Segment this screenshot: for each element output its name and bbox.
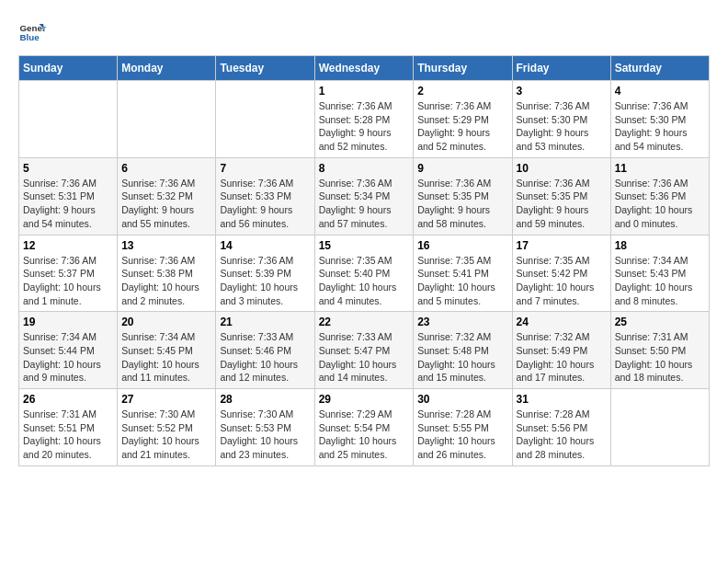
calendar-cell: 31Sunrise: 7:28 AM Sunset: 5:56 PM Dayli… [512, 389, 610, 466]
day-info: Sunrise: 7:36 AM Sunset: 5:38 PM Dayligh… [121, 254, 211, 308]
day-info: Sunrise: 7:36 AM Sunset: 5:37 PM Dayligh… [23, 254, 113, 308]
calendar-table: SundayMondayTuesdayWednesdayThursdayFrid… [18, 55, 710, 466]
day-info: Sunrise: 7:33 AM Sunset: 5:47 PM Dayligh… [319, 330, 410, 385]
day-info: Sunrise: 7:36 AM Sunset: 5:36 PM Dayligh… [615, 177, 705, 231]
calendar-cell: 25Sunrise: 7:31 AM Sunset: 5:50 PM Dayli… [610, 312, 709, 389]
day-info: Sunrise: 7:36 AM Sunset: 5:33 PM Dayligh… [220, 177, 310, 231]
day-number: 17 [517, 239, 607, 252]
days-header-row: SundayMondayTuesdayWednesdayThursdayFrid… [19, 56, 710, 81]
day-number: 4 [615, 85, 705, 98]
day-info: Sunrise: 7:28 AM Sunset: 5:55 PM Dayligh… [417, 408, 507, 462]
day-number: 3 [517, 85, 607, 98]
calendar-cell: 12Sunrise: 7:36 AM Sunset: 5:37 PM Dayli… [19, 235, 118, 312]
day-info: Sunrise: 7:36 AM Sunset: 5:30 PM Dayligh… [517, 99, 607, 154]
calendar-week-row: 1Sunrise: 7:36 AM Sunset: 5:28 PM Daylig… [19, 81, 710, 158]
day-number: 20 [121, 316, 211, 328]
calendar-cell: 17Sunrise: 7:35 AM Sunset: 5:42 PM Dayli… [512, 235, 610, 312]
calendar-cell: 18Sunrise: 7:34 AM Sunset: 5:43 PM Dayli… [610, 235, 709, 312]
calendar-cell: 19Sunrise: 7:34 AM Sunset: 5:44 PM Dayli… [19, 312, 118, 389]
logo: General Blue [18, 18, 46, 46]
day-info: Sunrise: 7:28 AM Sunset: 5:56 PM Dayligh… [517, 408, 607, 462]
day-number: 28 [220, 393, 310, 406]
day-number: 1 [319, 85, 410, 98]
day-number: 14 [220, 239, 310, 252]
calendar-cell: 10Sunrise: 7:36 AM Sunset: 5:35 PM Dayli… [512, 157, 610, 235]
calendar-cell: 4Sunrise: 7:36 AM Sunset: 5:30 PM Daylig… [610, 81, 709, 158]
day-info: Sunrise: 7:35 AM Sunset: 5:40 PM Dayligh… [319, 254, 410, 308]
day-header-tuesday: Tuesday [216, 56, 314, 81]
calendar-cell [19, 81, 118, 158]
calendar-cell [216, 81, 314, 158]
day-info: Sunrise: 7:36 AM Sunset: 5:34 PM Dayligh… [319, 177, 410, 231]
calendar-cell: 11Sunrise: 7:36 AM Sunset: 5:36 PM Dayli… [610, 157, 709, 235]
calendar-cell: 28Sunrise: 7:30 AM Sunset: 5:53 PM Dayli… [216, 389, 314, 466]
day-header-wednesday: Wednesday [314, 56, 414, 81]
day-info: Sunrise: 7:31 AM Sunset: 5:51 PM Dayligh… [23, 408, 113, 462]
day-info: Sunrise: 7:36 AM Sunset: 5:35 PM Dayligh… [417, 177, 507, 231]
calendar-week-row: 5Sunrise: 7:36 AM Sunset: 5:31 PM Daylig… [19, 157, 710, 235]
calendar-cell: 15Sunrise: 7:35 AM Sunset: 5:40 PM Dayli… [314, 235, 414, 312]
day-info: Sunrise: 7:35 AM Sunset: 5:41 PM Dayligh… [417, 254, 507, 308]
calendar-cell: 7Sunrise: 7:36 AM Sunset: 5:33 PM Daylig… [216, 157, 314, 235]
day-number: 29 [319, 393, 410, 406]
day-number: 9 [417, 162, 507, 175]
day-number: 10 [517, 162, 607, 175]
day-info: Sunrise: 7:31 AM Sunset: 5:50 PM Dayligh… [615, 330, 705, 385]
day-info: Sunrise: 7:36 AM Sunset: 5:29 PM Dayligh… [417, 99, 507, 154]
calendar-cell: 20Sunrise: 7:34 AM Sunset: 5:45 PM Dayli… [118, 312, 216, 389]
day-number: 6 [121, 162, 211, 175]
day-number: 23 [417, 316, 507, 328]
day-info: Sunrise: 7:36 AM Sunset: 5:35 PM Dayligh… [517, 177, 607, 231]
day-number: 5 [23, 162, 113, 175]
day-info: Sunrise: 7:36 AM Sunset: 5:39 PM Dayligh… [220, 254, 310, 308]
calendar-cell: 2Sunrise: 7:36 AM Sunset: 5:29 PM Daylig… [414, 81, 512, 158]
calendar-cell: 14Sunrise: 7:36 AM Sunset: 5:39 PM Dayli… [216, 235, 314, 312]
day-info: Sunrise: 7:30 AM Sunset: 5:52 PM Dayligh… [121, 408, 211, 462]
day-number: 30 [417, 393, 507, 406]
calendar-week-row: 19Sunrise: 7:34 AM Sunset: 5:44 PM Dayli… [19, 312, 710, 389]
day-info: Sunrise: 7:34 AM Sunset: 5:45 PM Dayligh… [121, 330, 211, 385]
calendar-cell: 26Sunrise: 7:31 AM Sunset: 5:51 PM Dayli… [19, 389, 118, 466]
day-info: Sunrise: 7:35 AM Sunset: 5:42 PM Dayligh… [517, 254, 607, 308]
day-header-monday: Monday [118, 56, 216, 81]
calendar-cell: 29Sunrise: 7:29 AM Sunset: 5:54 PM Dayli… [314, 389, 414, 466]
calendar-cell: 8Sunrise: 7:36 AM Sunset: 5:34 PM Daylig… [314, 157, 414, 235]
day-info: Sunrise: 7:30 AM Sunset: 5:53 PM Dayligh… [220, 408, 310, 462]
day-info: Sunrise: 7:32 AM Sunset: 5:49 PM Dayligh… [517, 330, 607, 385]
day-number: 18 [615, 239, 705, 252]
day-info: Sunrise: 7:29 AM Sunset: 5:54 PM Dayligh… [319, 408, 410, 462]
day-number: 19 [23, 316, 113, 328]
day-number: 11 [615, 162, 705, 175]
calendar-cell [118, 81, 216, 158]
day-number: 21 [220, 316, 310, 328]
calendar-cell: 3Sunrise: 7:36 AM Sunset: 5:30 PM Daylig… [512, 81, 610, 158]
day-number: 2 [417, 85, 507, 98]
day-info: Sunrise: 7:36 AM Sunset: 5:31 PM Dayligh… [23, 177, 113, 231]
calendar-cell: 16Sunrise: 7:35 AM Sunset: 5:41 PM Dayli… [414, 235, 512, 312]
day-number: 7 [220, 162, 310, 175]
calendar-cell: 13Sunrise: 7:36 AM Sunset: 5:38 PM Dayli… [118, 235, 216, 312]
day-info: Sunrise: 7:34 AM Sunset: 5:44 PM Dayligh… [23, 330, 113, 385]
day-info: Sunrise: 7:33 AM Sunset: 5:46 PM Dayligh… [220, 330, 310, 385]
calendar-week-row: 12Sunrise: 7:36 AM Sunset: 5:37 PM Dayli… [19, 235, 710, 312]
calendar-cell: 27Sunrise: 7:30 AM Sunset: 5:52 PM Dayli… [118, 389, 216, 466]
day-header-friday: Friday [512, 56, 610, 81]
day-number: 22 [319, 316, 410, 328]
day-number: 31 [517, 393, 607, 406]
day-number: 12 [23, 239, 113, 252]
calendar-cell: 30Sunrise: 7:28 AM Sunset: 5:55 PM Dayli… [414, 389, 512, 466]
day-number: 8 [319, 162, 410, 175]
day-info: Sunrise: 7:32 AM Sunset: 5:48 PM Dayligh… [417, 330, 507, 385]
day-number: 13 [121, 239, 211, 252]
calendar-cell [610, 389, 709, 466]
day-number: 26 [23, 393, 113, 406]
day-header-thursday: Thursday [414, 56, 512, 81]
day-number: 16 [417, 239, 507, 252]
calendar-cell: 1Sunrise: 7:36 AM Sunset: 5:28 PM Daylig… [314, 81, 414, 158]
calendar-cell: 24Sunrise: 7:32 AM Sunset: 5:49 PM Dayli… [512, 312, 610, 389]
day-header-saturday: Saturday [610, 56, 709, 81]
day-info: Sunrise: 7:36 AM Sunset: 5:32 PM Dayligh… [121, 177, 211, 231]
day-info: Sunrise: 7:36 AM Sunset: 5:30 PM Dayligh… [615, 99, 705, 154]
calendar-cell: 9Sunrise: 7:36 AM Sunset: 5:35 PM Daylig… [414, 157, 512, 235]
calendar-week-row: 26Sunrise: 7:31 AM Sunset: 5:51 PM Dayli… [19, 389, 710, 466]
